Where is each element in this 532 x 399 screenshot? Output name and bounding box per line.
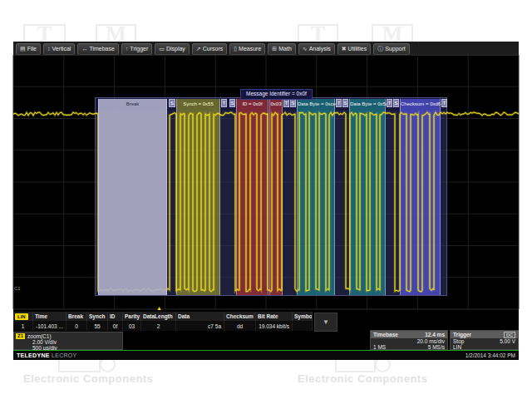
table-cell [293,321,313,331]
zoom-title: zoom(C1) [27,333,52,339]
file-icon: ▤ [20,46,26,52]
table-cell: 0f [108,321,123,331]
watermark-text: Electronic Components [23,372,153,385]
menu-item-measure[interactable]: ▯Measure [229,43,265,55]
menu-item-cursors[interactable]: ↗Cursors [192,43,227,55]
timebase-samples: 1 MS [373,344,386,350]
brand-primary: TELEDYNE [17,352,50,358]
lin-decode-table: LINTimeBreakSynchIDParityDataLengthDataC… [13,312,313,331]
table-header-cell: Checksum [224,312,256,321]
decode-segment-break: Break [98,99,167,295]
math-icon: ⊞ [272,46,277,52]
menu-item-label: Display [166,46,185,52]
table-cell: 03 [123,321,141,331]
trigger-descriptor[interactable]: Trigger DC Stop5.00 V LIN [450,330,519,350]
table-row[interactable]: 1-101.403 ...0550f032c7 5add19.034 kbit/… [13,321,313,331]
menu-item-math[interactable]: ⊞Math [268,43,295,55]
footer-bar: TELEDYNE LECROY 1/2/2014 3:44:02 PM [13,351,519,360]
decode-segment-label: Break [99,101,166,107]
trigger-mode: Stop [453,338,464,344]
menu-item-label: Timebase [89,46,114,52]
info-icon: ⓘ [377,45,383,53]
ruler-icon: ▯ [234,46,237,52]
decode-bit-chip-t: T [441,99,447,107]
menu-bar: ▤File↕Vertical↔Timebase↑Trigger▭Display↗… [13,42,519,56]
decode-segment-label: Data Byte = 0xce [298,101,334,107]
table-header-cell: Data [176,312,224,321]
z1-badge: Z1 [16,333,25,339]
teledyne-lecroy-logo: TELEDYNE LECROY [17,352,77,358]
zoom-vdiv: 2.00 V/div [14,339,122,345]
table-header-cell: Time [33,312,66,321]
watermark-letter: M [106,26,126,42]
decode-bit-chip-s: S [169,99,175,107]
table-cell: 19.034 kbit/s [256,321,293,331]
decode-segment-label: Checksum = 0xd6 [401,101,440,107]
table-header-cell: Symbol [293,312,313,321]
menu-item-label: Support [385,46,406,52]
menu-item-display[interactable]: ▭Display [155,43,190,55]
decode-segment-label: Data Byte = 0x5a [350,101,385,107]
trigger-title: Trigger [453,332,471,337]
watermark-text: Electronic Components [298,372,427,385]
menu-item-label: Cursors [203,46,224,52]
trigger-type: LIN [453,344,461,350]
brand-secondary: LECROY [52,352,77,358]
timebase-delay: 12.4 ms [425,332,445,337]
menu-item-support[interactable]: ⓘSupport [373,43,410,55]
page: T M T M Electronic Components Electronic… [0,0,532,399]
lin-badge: LIN [15,313,28,320]
trigger-position-marker: ▲ [156,305,162,311]
timebase-rate: 5 MS/s [428,344,445,350]
decode-segment-synch: Synch = 0x55 [176,99,220,295]
table-header-cell: Bit Rate [256,312,293,321]
table-header-cell: LIN [13,312,33,321]
trigger-arrow-icon: ↑ [126,46,129,52]
timebase-title: Timebase [373,332,398,337]
decode-bit-chip-s: S [342,99,348,107]
watermark-letter: T [37,26,52,42]
menu-item-analysis[interactable]: ∿Analysis [298,43,335,55]
decode-segment-id: 0x03 [269,99,283,295]
menu-item-label: File [27,46,37,52]
watermark-letter: T [311,26,325,42]
datetime-stamp: 1/2/2014 3:44:02 PM [466,352,515,358]
table-cell: dd [224,321,256,331]
menu-item-vertical[interactable]: ↕Vertical [43,43,75,55]
menu-item-label: Math [278,46,292,52]
menu-item-utilities[interactable]: ✖Utilities [337,43,371,55]
menu-item-label: Trigger [130,46,148,52]
decode-bit-chip-s: S [393,99,399,107]
menu-item-timebase[interactable]: ↔Timebase [77,43,118,55]
table-header-cell: DataLength [141,312,176,321]
message-identifier-tooltip: Message Identifier = 0x0f [240,89,313,100]
decode-segment-checksum: Checksum = 0xd6 [400,99,441,295]
decode-bit-chip-t: T [336,99,342,107]
watermark-letter: M [382,26,403,42]
channel-label: C1 [14,286,21,291]
vertical-arrows-icon: ↕ [47,46,51,52]
decode-bit-chip-s: S [290,99,296,107]
table-cell: 55 [87,321,108,331]
menu-item-label: Utilities [348,46,367,52]
tools-icon: ✖ [342,46,347,52]
decode-segment-label: Synch = 0x55 [177,101,219,107]
decode-segment-label: ID = 0x0f [237,101,268,107]
table-header-cell: Synch [87,312,108,321]
zoom-trace-descriptor[interactable]: Z1 zoom(C1) 2.00 V/div 500 µs/div [13,332,123,350]
decode-segment-data: Data Byte = 0x5a [349,99,386,295]
table-collapse-button[interactable]: ▼ [314,313,337,332]
table-cell: c7 5a [176,321,224,331]
table-cell: 2 [141,321,176,331]
decode-bit-chip-s: S [229,99,235,107]
table-cell: 0 [66,321,87,331]
menu-item-file[interactable]: ▤File [16,43,41,55]
table-header-row: LINTimeBreakSynchIDParityDataLengthDataC… [13,312,313,321]
table-header-cell: ID [108,312,123,321]
menu-item-label: Vertical [52,46,71,52]
menu-item-trigger[interactable]: ↑Trigger [121,43,152,55]
trigger-level: 5.00 V [500,338,515,344]
timebase-descriptor[interactable]: Timebase 12.4 ms 20.0 ms/div 1 MS5 MS/s [370,330,448,350]
menu-item-label: Measure [239,46,261,52]
cursor-icon: ↗ [196,46,201,52]
